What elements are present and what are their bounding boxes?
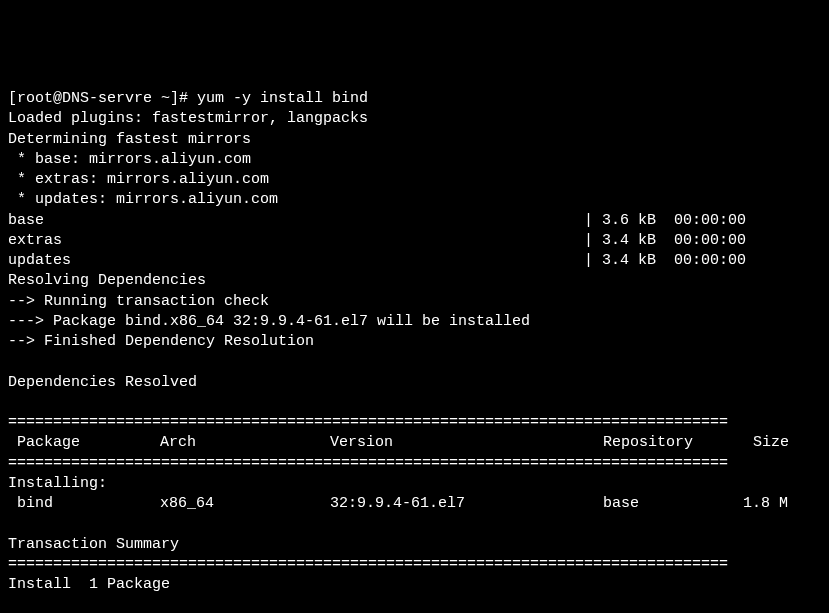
repo-row: updates| 3.4 kB 00:00:00 [8,252,746,269]
output-line: * base: mirrors.aliyun.com [8,151,251,168]
shell-prompt: [root@DNS-servre ~]# [8,90,197,107]
output-line: Loaded plugins: fastestmirror, langpacks [8,110,368,127]
output-line: Transaction Summary [8,536,179,553]
repo-row: base| 3.6 kB 00:00:00 [8,212,746,229]
divider: ========================================… [8,556,728,573]
shell-command[interactable]: yum -y install bind [197,90,368,107]
output-line: Install 1 Package [8,576,170,593]
output-line: Determining fastest mirrors [8,131,251,148]
table-header: PackageArchVersionRepositorySize [8,434,789,451]
output-line: * extras: mirrors.aliyun.com [8,171,269,188]
output-line: ---> Package bind.x86_64 32:9.9.4-61.el7… [8,313,530,330]
output-line: --> Finished Dependency Resolution [8,333,314,350]
output-line: Installing: [8,475,107,492]
output-line: Resolving Dependencies [8,272,206,289]
output-line: --> Running transaction check [8,293,269,310]
divider: ========================================… [8,455,728,472]
divider: ========================================… [8,414,728,431]
terminal-output: [root@DNS-servre ~]# yum -y install bind… [8,89,821,613]
repo-row: extras| 3.4 kB 00:00:00 [8,232,746,249]
output-line: Dependencies Resolved [8,374,197,391]
output-line: * updates: mirrors.aliyun.com [8,191,278,208]
table-row: bindx86_6432:9.9.4-61.el7base1.8 M [8,495,788,512]
